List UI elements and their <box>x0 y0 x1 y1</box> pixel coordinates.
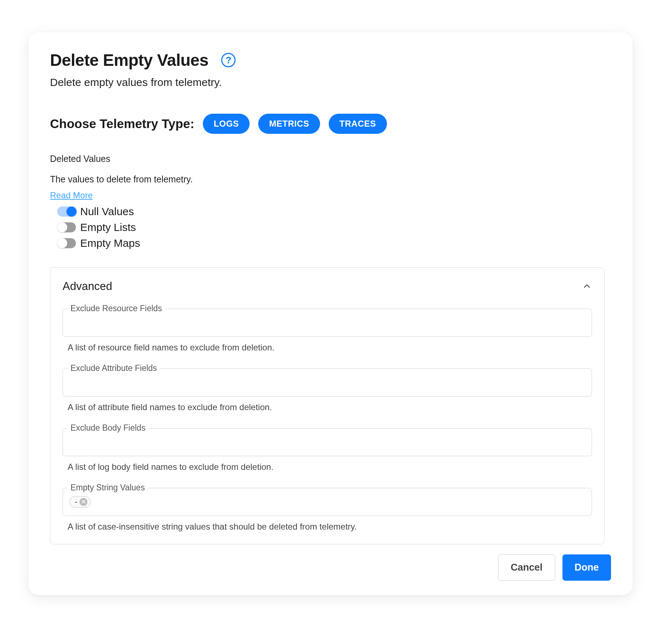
advanced-section: Advanced Exclude Resource Fields A list … <box>50 267 605 544</box>
toggle-row-empty-maps: Empty Maps <box>57 237 605 249</box>
deleted-values-heading: Deleted Values <box>50 154 605 164</box>
field-legend: Empty String Values <box>68 483 148 493</box>
chip-remove-icon[interactable]: ✕ <box>79 498 87 506</box>
cancel-button[interactable]: Cancel <box>498 554 555 581</box>
modal-scroll-area[interactable]: Choose Telemetry Type: LOGS METRICS TRAC… <box>50 114 611 544</box>
telemetry-pill-logs[interactable]: LOGS <box>203 114 250 134</box>
modal-subtitle: Delete empty values from telemetry. <box>50 76 611 89</box>
field-empty-string-values: Empty String Values - ✕ A list of case-i… <box>63 488 592 532</box>
telemetry-pill-traces[interactable]: TRACES <box>329 114 387 134</box>
toggle-null-values[interactable] <box>57 207 76 217</box>
field-exclude-attribute: Exclude Attribute Fields A list of attri… <box>63 368 592 412</box>
toggle-empty-maps[interactable] <box>57 238 76 248</box>
telemetry-pill-metrics[interactable]: METRICS <box>258 114 320 134</box>
modal-title: Delete Empty Values <box>50 50 208 70</box>
telemetry-type-row: Choose Telemetry Type: LOGS METRICS TRAC… <box>50 114 605 134</box>
field-help: A list of resource field names to exclud… <box>63 343 592 353</box>
field-legend: Exclude Body Fields <box>68 423 148 433</box>
done-button[interactable]: Done <box>562 554 611 581</box>
modal-header: Delete Empty Values ? <box>50 50 611 70</box>
chip-label: - <box>75 497 77 507</box>
field-help: A list of log body field names to exclud… <box>63 462 592 472</box>
toggle-label-empty-maps: Empty Maps <box>80 237 140 249</box>
field-exclude-body: Exclude Body Fields A list of log body f… <box>63 428 592 472</box>
field-help: A list of attribute field names to exclu… <box>63 402 592 412</box>
chevron-up-icon <box>582 281 592 291</box>
toggle-list: Null Values Empty Lists Empty Maps <box>50 205 605 249</box>
chip: - ✕ <box>69 496 91 508</box>
advanced-header[interactable]: Advanced <box>63 280 592 293</box>
field-legend: Exclude Resource Fields <box>68 304 165 313</box>
deleted-values-description: The values to delete from telemetry. <box>50 174 605 185</box>
toggle-row-null-values: Null Values <box>57 205 605 218</box>
toggle-label-empty-lists: Empty Lists <box>80 221 136 233</box>
telemetry-type-label: Choose Telemetry Type: <box>50 117 194 131</box>
field-legend: Exclude Attribute Fields <box>68 363 160 373</box>
advanced-title: Advanced <box>63 280 112 293</box>
toggle-label-null-values: Null Values <box>80 205 134 218</box>
field-exclude-resource: Exclude Resource Fields A list of resour… <box>63 309 592 353</box>
toggle-row-empty-lists: Empty Lists <box>57 221 605 233</box>
help-icon[interactable]: ? <box>221 53 236 67</box>
field-help: A list of case-insensitive string values… <box>63 522 592 532</box>
modal-delete-empty-values: Delete Empty Values ? Delete empty value… <box>28 32 633 595</box>
read-more-link[interactable]: Read More <box>50 190 93 200</box>
modal-body: Delete Empty Values ? Delete empty value… <box>28 50 633 544</box>
toggle-empty-lists[interactable] <box>57 222 76 232</box>
modal-footer: Cancel Done <box>28 544 633 581</box>
